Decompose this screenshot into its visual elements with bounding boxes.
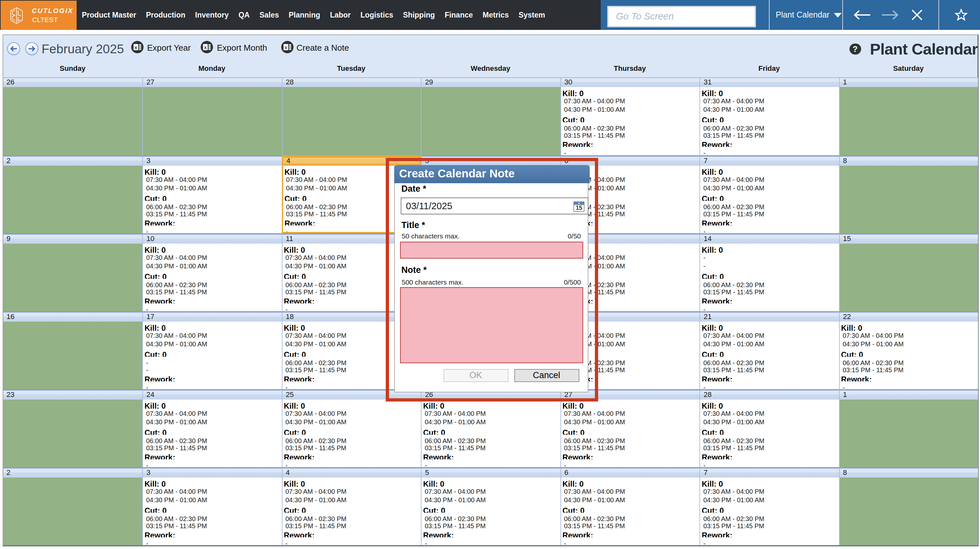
svg-text:x: x [204, 45, 207, 50]
svg-text:x: x [134, 45, 137, 50]
svg-text:x: x [285, 45, 287, 50]
